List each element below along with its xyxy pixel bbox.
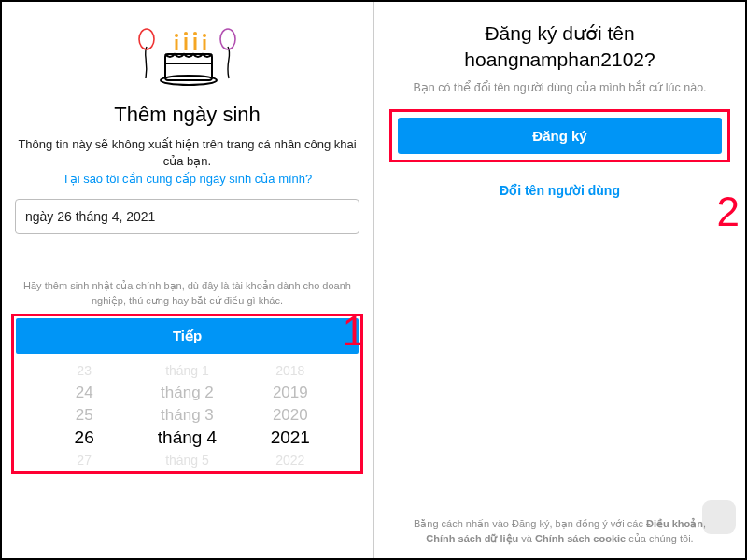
signup-button[interactable]: Đăng ký (398, 118, 722, 154)
picker-day-column[interactable]: 23 24 25 26 27 (34, 359, 135, 471)
cookie-policy-link[interactable]: Chính sách cookie (535, 533, 626, 544)
picker-option[interactable]: tháng 2 (161, 382, 214, 404)
highlight-box-1: Tiếp 23 24 25 26 27 tháng 1 tháng 2 thán… (11, 314, 363, 474)
helper-text: Hãy thêm sinh nhật của chính bạn, dù đây… (19, 279, 356, 308)
svg-point-12 (203, 34, 206, 37)
title-line-2-username: hoangnamphan2102? (464, 49, 655, 70)
svg-point-0 (139, 29, 154, 49)
step-number-1: 1 (343, 308, 365, 355)
terms-link[interactable]: Điều khoản (646, 518, 703, 529)
page-title: Đăng ký dưới tên hoangnamphan2102? (393, 21, 726, 74)
date-picker[interactable]: 23 24 25 26 27 tháng 1 tháng 2 tháng 3 t… (16, 354, 359, 471)
picker-month-column[interactable]: tháng 1 tháng 2 tháng 3 tháng 4 tháng 5 (136, 359, 238, 471)
picker-option[interactable]: 2022 (275, 449, 304, 471)
picker-option[interactable]: 2019 (273, 382, 308, 404)
birthday-input[interactable]: ngày 26 tháng 4, 2021 (15, 199, 359, 234)
page-subtitle: Bạn có thể đổi tên người dùng của mình b… (402, 79, 717, 96)
next-button[interactable]: Tiếp (16, 318, 359, 354)
why-birthday-link[interactable]: Tại sao tôi cần cung cấp ngày sinh của m… (2, 172, 373, 186)
page-title: Thêm ngày sinh (2, 103, 373, 127)
svg-point-11 (193, 32, 197, 35)
picker-selected[interactable]: tháng 4 (158, 427, 217, 449)
picker-option[interactable]: tháng 1 (165, 359, 209, 382)
change-username-link[interactable]: Đổi tên người dùng (374, 183, 745, 198)
svg-point-10 (184, 32, 188, 35)
picker-option[interactable]: 2018 (275, 359, 304, 382)
svg-point-9 (175, 34, 178, 37)
terms-text: Bằng cách nhấn vào Đăng ký, bạn đồng ý v… (374, 517, 745, 547)
picker-selected[interactable]: 26 (75, 427, 94, 449)
step-number-2: 2 (717, 189, 740, 235)
picker-option[interactable]: 27 (77, 449, 92, 471)
birthday-illustration (2, 2, 373, 95)
picker-option[interactable]: 23 (77, 359, 92, 382)
svg-point-1 (220, 29, 235, 49)
screen-confirm-username: Đăng ký dưới tên hoangnamphan2102? Bạn c… (374, 2, 745, 558)
picker-option[interactable]: tháng 5 (165, 449, 209, 471)
cake-icon (132, 13, 244, 91)
highlight-box-2: Đăng ký (389, 109, 730, 162)
picker-option[interactable]: 2020 (273, 404, 308, 427)
picker-option[interactable]: 25 (76, 404, 93, 427)
page-subtitle: Thông tin này sẽ không xuất hiện trên tr… (17, 136, 358, 170)
title-line-1: Đăng ký dưới tên (485, 22, 634, 44)
picker-option[interactable]: tháng 3 (161, 404, 214, 427)
picker-option[interactable]: 24 (76, 382, 93, 404)
screen-add-birthday: Thêm ngày sinh Thông tin này sẽ không xu… (2, 2, 374, 558)
data-policy-link[interactable]: Chính sách dữ liệu (426, 533, 518, 544)
picker-selected[interactable]: 2021 (271, 427, 310, 449)
picker-year-column[interactable]: 2018 2019 2020 2021 2022 (239, 359, 341, 471)
